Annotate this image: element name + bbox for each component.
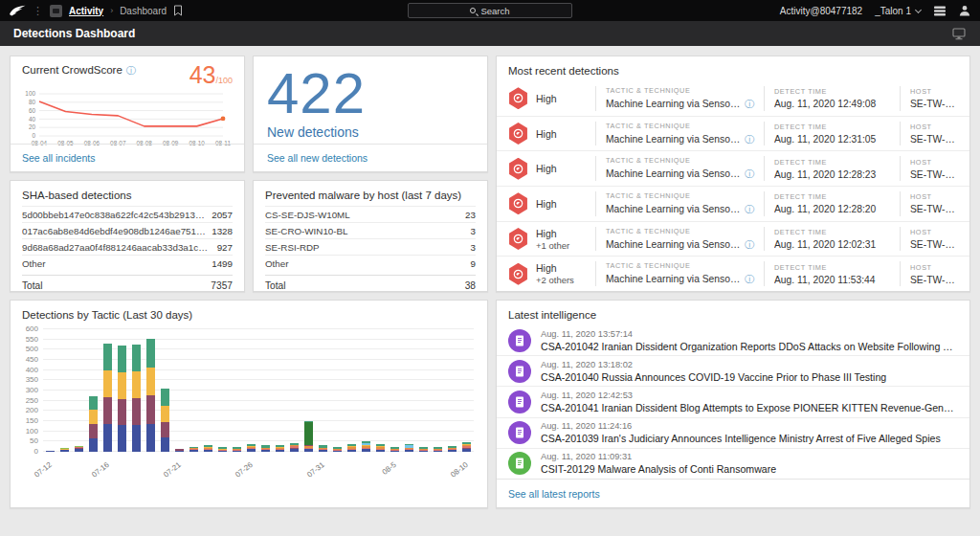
info-icon[interactable]: ⓘ bbox=[126, 65, 136, 76]
host-cell: HOSTSE-TW-WIN10-DET bbox=[900, 191, 958, 216]
intel-report-row[interactable]: Aug. 11, 2020 13:18:02 CSA-201040 Russia… bbox=[497, 355, 969, 386]
x-tick-label: 08-5 bbox=[362, 460, 397, 491]
prevented-malware-total: Total38 bbox=[265, 275, 476, 296]
severity-label: High bbox=[536, 128, 595, 140]
search-input[interactable]: Search bbox=[408, 3, 572, 18]
intel-report-row[interactable]: Aug. 11, 2020 13:57:14 CSA-201042 Irania… bbox=[497, 325, 969, 355]
intel-report-row[interactable]: Aug. 11, 2020 12:42:53 CSA-201041 Irania… bbox=[497, 386, 969, 416]
sha-detections-title: SHA-based detections bbox=[11, 181, 244, 206]
detect-time-cell: DETECT TIMEAug. 11, 2020 12:31:05 bbox=[764, 122, 900, 146]
stacked-bar bbox=[189, 329, 199, 452]
bar-segment bbox=[333, 451, 343, 452]
bar-segment bbox=[304, 449, 314, 452]
svg-text:20: 20 bbox=[29, 123, 36, 130]
host-stack-icon[interactable] bbox=[933, 6, 947, 16]
recent-detections-rows: High TACTIC & TECHNIQUE Machine Learning… bbox=[497, 81, 969, 291]
x-tick-label: 07-12 bbox=[17, 460, 53, 491]
x-tick-label: 07-21 bbox=[146, 460, 182, 491]
table-row: CS-SE-DJS-W10ML 23 bbox=[265, 206, 476, 222]
top-nav: ⋮ Activity › Dashboard Search Activity@8… bbox=[0, 0, 980, 21]
tactic-cell: TACTIC & TECHNIQUE Machine Learning via … bbox=[595, 261, 764, 286]
bar-segment bbox=[319, 450, 328, 452]
svg-text:40: 40 bbox=[29, 115, 36, 122]
stacked-bar bbox=[175, 329, 185, 452]
host-cell: HOSTSE-TW-WIN10-DET bbox=[900, 156, 958, 181]
severity-icon bbox=[508, 87, 528, 109]
bookmark-icon[interactable] bbox=[173, 5, 183, 16]
report-date: Aug. 11, 2020 13:57:14 bbox=[541, 329, 958, 339]
info-icon[interactable]: ⓘ bbox=[745, 134, 754, 145]
report-icon bbox=[508, 329, 531, 352]
stacked-bar bbox=[218, 329, 228, 452]
stacked-bar bbox=[304, 329, 314, 452]
intel-report-row[interactable]: Aug. 11, 2020 11:24:16 CSA-201039 Iran's… bbox=[497, 417, 969, 448]
see-all-latest-reports-link[interactable]: See all latest reports bbox=[508, 488, 600, 500]
tactic-cell: TACTIC & TECHNIQUE Machine Learning via … bbox=[595, 156, 764, 181]
detection-row[interactable]: High TACTIC & TECHNIQUE Machine Learning… bbox=[497, 150, 969, 186]
sha-detections-total: Total7357 bbox=[22, 275, 233, 296]
bar-segment bbox=[376, 450, 386, 452]
see-all-incidents-link[interactable]: See all incidents bbox=[22, 152, 95, 164]
recent-detections-title: Most recent detections bbox=[497, 56, 969, 81]
monitor-icon[interactable] bbox=[951, 28, 967, 40]
y-tick-label: 250 bbox=[26, 396, 38, 405]
report-date: Aug. 11, 2020 12:42:53 bbox=[541, 391, 958, 400]
bar-segment bbox=[175, 451, 185, 452]
table-row: SE-CRO-WIN10-BL 3 bbox=[265, 222, 476, 238]
bar-segment bbox=[103, 397, 113, 424]
detect-time-cell: DETECT TIMEAug. 11, 2020 12:02:31 bbox=[764, 227, 900, 252]
see-all-new-detections-link[interactable]: See all new detections bbox=[267, 152, 368, 164]
table-row: 9d68a68ad27aa0f4f881246aacab33d3a1c916d4… bbox=[22, 238, 233, 255]
svg-text:80: 80 bbox=[29, 99, 36, 105]
info-icon[interactable]: ⓘ bbox=[745, 168, 754, 179]
user-profile-icon[interactable] bbox=[959, 5, 970, 16]
bar-segment bbox=[233, 451, 242, 452]
info-icon[interactable]: ⓘ bbox=[745, 274, 754, 284]
info-icon[interactable]: ⓘ bbox=[745, 99, 754, 109]
app-icon[interactable] bbox=[50, 5, 62, 17]
tactic-cell: TACTIC & TECHNIQUE Machine Learning via … bbox=[595, 86, 764, 111]
detect-time-cell: DETECT TIMEAug. 11, 2020 12:28:20 bbox=[764, 191, 900, 216]
breadcrumb-separator: › bbox=[110, 6, 113, 15]
detection-row[interactable]: High TACTIC & TECHNIQUE Machine Learning… bbox=[497, 116, 969, 151]
intel-report-row[interactable]: Aug. 11, 2020 11:09:31 CSIT-20129 Malwar… bbox=[497, 448, 969, 479]
stacked-bar bbox=[462, 329, 472, 452]
bar-segment bbox=[189, 450, 199, 452]
stacked-bar bbox=[405, 329, 414, 452]
intelligence-title: Latest intelligence bbox=[497, 301, 969, 325]
tactic-cell: TACTIC & TECHNIQUE Machine Learning via … bbox=[595, 191, 764, 216]
x-tick-label: 07-26 bbox=[218, 460, 254, 491]
bar-segment bbox=[161, 389, 170, 406]
bar-segment bbox=[161, 422, 170, 437]
y-tick-label: 550 bbox=[26, 335, 38, 344]
prevented-malware-rows: CS-SE-DJS-W10ML 23 SE-CRO-WIN10-BL 3 SE-… bbox=[254, 206, 487, 271]
falcon-logo-icon bbox=[10, 5, 26, 17]
info-icon[interactable]: ⓘ bbox=[745, 204, 754, 214]
info-icon[interactable]: ⓘ bbox=[745, 239, 754, 250]
y-tick-label: 500 bbox=[26, 345, 38, 353]
breadcrumb-app[interactable]: Activity bbox=[69, 6, 103, 16]
stacked-bar bbox=[290, 329, 300, 452]
bar-segment bbox=[118, 372, 127, 399]
stacked-bar bbox=[161, 329, 170, 452]
bar-segment bbox=[462, 449, 472, 452]
x-tick-label: 07-31 bbox=[290, 460, 325, 491]
x-tick-label: 07-16 bbox=[75, 460, 110, 491]
stacked-bar bbox=[390, 329, 400, 452]
detection-row[interactable]: High TACTIC & TECHNIQUE Machine Learning… bbox=[497, 81, 969, 116]
tactic-plot: 07-1207-1607-2107-2607-3108-508-10 bbox=[43, 329, 474, 452]
stacked-bar bbox=[434, 329, 443, 452]
menu-dots-icon[interactable]: ⋮ bbox=[33, 6, 43, 16]
bar-segment bbox=[118, 399, 127, 426]
bar-segment bbox=[247, 449, 256, 452]
detection-row[interactable]: High+2 others TACTIC & TECHNIQUE Machine… bbox=[497, 256, 969, 291]
bar-segment bbox=[419, 451, 429, 452]
bar-segment bbox=[103, 370, 113, 397]
tactic-chart-title: Detections by Tactic (Last 30 days) bbox=[11, 301, 487, 325]
detection-row[interactable]: High+1 other TACTIC & TECHNIQUE Machine … bbox=[497, 221, 969, 257]
y-tick-label: 300 bbox=[26, 386, 38, 394]
report-date: Aug. 11, 2020 11:09:31 bbox=[541, 452, 776, 461]
stacked-bar bbox=[448, 329, 457, 452]
user-menu[interactable]: _Talon 1 bbox=[875, 6, 921, 16]
detection-row[interactable]: High TACTIC & TECHNIQUE Machine Learning… bbox=[497, 186, 969, 221]
